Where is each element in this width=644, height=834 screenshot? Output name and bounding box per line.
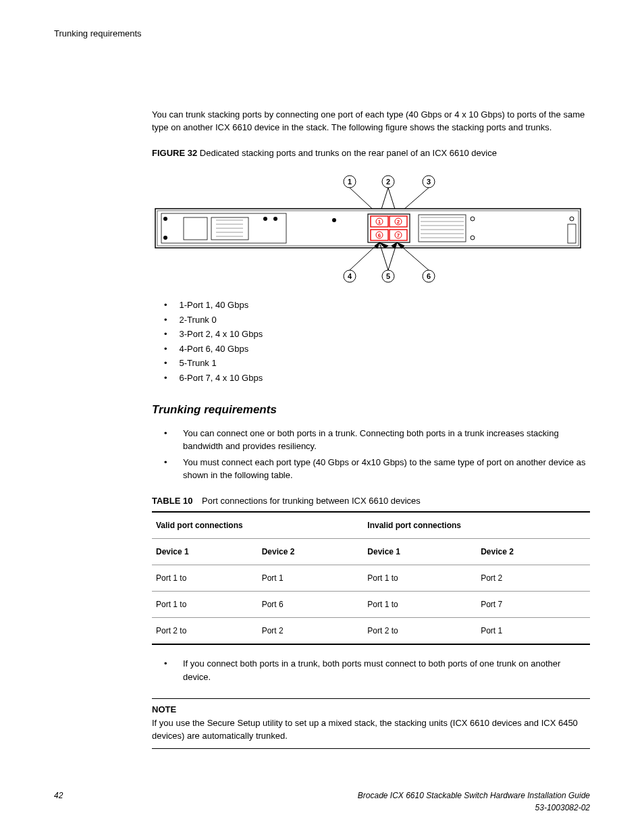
note-text: If you use the Secure Setup utility to s…: [152, 716, 590, 743]
table-cell: Port 1 to: [363, 592, 477, 618]
port-label-6: 6: [378, 232, 381, 238]
table-cell: Port 7: [477, 592, 590, 618]
table-caption: TABLE 10 Port connections for trunking b…: [152, 494, 590, 508]
table-cell: Port 1: [258, 565, 364, 592]
table-cell: Port 1 to: [363, 565, 477, 592]
legend-item: 3-Port 2, 4 x 10 Gbps: [164, 328, 590, 341]
callout-6: 6: [427, 272, 431, 280]
table-cell: Port 2: [258, 618, 364, 645]
footer-docnum: 53-1003082-02: [358, 802, 590, 814]
port-label-7: 7: [397, 232, 400, 238]
callout-5: 5: [386, 272, 390, 280]
page-number: 42: [54, 789, 63, 814]
figure-caption-text: Dedicated stacking ports and trunks on t…: [200, 148, 497, 158]
table-group-header: Valid port connections: [152, 512, 363, 539]
legend-item: 2-Trunk 0: [164, 313, 590, 327]
bullet-item: You must connect each port type (40 Gbps…: [164, 456, 590, 482]
note-label: NOTE: [152, 703, 590, 716]
requirement-bullets: You can connect one or both ports in a t…: [164, 427, 590, 482]
page-footer: 42 Brocade ICX 6610 Stackable Switch Har…: [54, 789, 590, 814]
svg-point-19: [273, 217, 277, 221]
port-connections-table: Valid port connections Invalid port conn…: [152, 511, 590, 645]
device-rear-figure: 1 2 3: [152, 172, 590, 286]
svg-point-16: [163, 217, 167, 221]
table-col-header: Device 1: [363, 539, 477, 565]
figure-caption: FIGURE 32 Dedicated stacking ports and t…: [152, 147, 590, 160]
table-col-header: Device 2: [477, 539, 590, 565]
table-label: TABLE 10: [152, 496, 192, 506]
svg-point-18: [263, 217, 267, 221]
table-cell: Port 1: [477, 618, 590, 645]
table-group-header: Invalid port connections: [363, 512, 590, 539]
table-cell: Port 1 to: [152, 565, 258, 592]
footer-title: Brocade ICX 6610 Stackable Switch Hardwa…: [358, 789, 590, 802]
figure-legend: 1-Port 1, 40 Gbps 2-Trunk 0 3-Port 2, 4 …: [164, 298, 590, 384]
table-col-header: Device 2: [258, 539, 364, 565]
svg-point-17: [163, 236, 167, 240]
callout-2: 2: [386, 178, 390, 186]
legend-item: 5-Trunk 1: [164, 357, 590, 370]
intro-paragraph: You can trunk stacking ports by connecti…: [152, 108, 590, 134]
device-diagram: 1 2 3: [152, 172, 584, 286]
bullet-item: You can connect one or both ports in a t…: [164, 427, 590, 453]
legend-item: 1-Port 1, 40 Gbps: [164, 298, 590, 312]
post-table-bullets: If you connect both ports in a trunk, bo…: [164, 657, 590, 683]
port-label-1: 1: [378, 219, 381, 225]
callout-4: 4: [348, 272, 352, 280]
callout-1: 1: [348, 178, 352, 186]
header-section: Trunking requirements: [54, 28, 142, 38]
table-cell: Port 2: [477, 565, 590, 592]
table-col-header: Device 1: [152, 539, 258, 565]
table-cell: Port 1 to: [152, 592, 258, 618]
table-cell: Port 2 to: [152, 618, 258, 645]
note-block: NOTE If you use the Secure Setup utility…: [152, 698, 590, 749]
table-caption-text: Port connections for trunking between IC…: [202, 496, 421, 506]
svg-point-25: [332, 218, 336, 222]
legend-item: 4-Port 6, 40 Gbps: [164, 342, 590, 356]
figure-label: FIGURE 32: [152, 148, 197, 158]
bullet-item: If you connect both ports in a trunk, bo…: [164, 657, 590, 683]
page-content: You can trunk stacking ports by connecti…: [152, 108, 590, 749]
table-cell: Port 6: [258, 592, 364, 618]
table-cell: Port 2 to: [363, 618, 477, 645]
page-header: Trunking requirements: [54, 27, 590, 41]
legend-item: 6-Port 7, 4 x 10 Gbps: [164, 371, 590, 385]
port-label-2: 2: [397, 219, 400, 225]
callout-3: 3: [427, 178, 431, 186]
section-heading: Trunking requirements: [152, 401, 590, 419]
